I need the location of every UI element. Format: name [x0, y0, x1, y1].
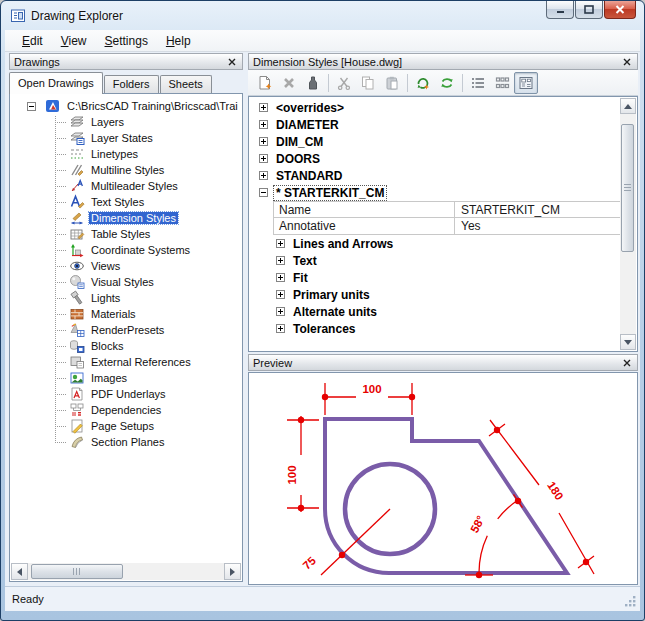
style-row-standard[interactable]: STANDARD: [249, 167, 637, 184]
section-row-alternate-units[interactable]: Alternate units: [249, 303, 637, 320]
toolbar-separator: [462, 74, 463, 92]
section-row-lines-and-arrows[interactable]: Lines and Arrows: [249, 235, 637, 252]
style-row-dim-cm[interactable]: DIM_CM: [249, 133, 637, 150]
external-references-icon: [69, 354, 85, 370]
tree-item-multileader-styles[interactable]: Multileader Styles: [11, 178, 241, 194]
expand-icon[interactable]: [259, 137, 268, 146]
tree-item-renderpresets[interactable]: RenderPresets: [11, 322, 241, 338]
drawings-panel-close-button[interactable]: [225, 55, 238, 68]
section-row-primary-units[interactable]: Primary units: [249, 286, 637, 303]
scroll-down-button[interactable]: [620, 334, 636, 350]
resize-grip-icon[interactable]: [624, 595, 637, 608]
expand-icon[interactable]: [276, 307, 285, 316]
tree-item-table-styles[interactable]: Table Styles: [11, 226, 241, 242]
tree-item-page-setups[interactable]: Page Setups: [11, 418, 241, 434]
preview-panel-close-button[interactable]: [620, 356, 633, 369]
expand-icon[interactable]: [259, 171, 268, 180]
form-view-button[interactable]: [514, 72, 538, 94]
tree-item-layers[interactable]: Layers: [11, 114, 241, 130]
section-row-text[interactable]: Text: [249, 252, 637, 269]
collapse-icon[interactable]: [27, 102, 36, 111]
tree-item-text-styles[interactable]: Text Styles: [11, 194, 241, 210]
dimension-styles-toolbar: [248, 70, 638, 96]
expand-icon[interactable]: [276, 324, 285, 333]
scroll-up-button[interactable]: [620, 98, 636, 114]
details-view-button[interactable]: [466, 72, 490, 94]
tree-item-materials[interactable]: Materials: [11, 306, 241, 322]
collapse-icon[interactable]: [259, 188, 268, 197]
form-view-icon: [518, 75, 534, 91]
drawings-panel-title: Drawings: [14, 56, 225, 68]
window-title: Drawing Explorer: [31, 9, 123, 23]
expand-icon[interactable]: [276, 273, 285, 282]
menu-edit[interactable]: Edit: [13, 32, 52, 50]
status-bar: Ready: [5, 586, 640, 611]
expand-icon[interactable]: [276, 239, 285, 248]
minimize-button[interactable]: [546, 1, 574, 19]
scroll-right-button[interactable]: [224, 563, 241, 580]
expand-icon[interactable]: [259, 120, 268, 129]
icons-view-icon: [494, 75, 510, 91]
scrollbar-thumb[interactable]: [621, 124, 634, 252]
lights-icon: [69, 290, 85, 306]
expand-icon[interactable]: [259, 154, 268, 163]
close-button[interactable]: [604, 1, 636, 19]
materials-icon: [69, 306, 85, 322]
style-row-doors[interactable]: DOORS: [249, 150, 637, 167]
tree-item-blocks[interactable]: Blocks: [11, 338, 241, 354]
refresh-button[interactable]: [435, 72, 459, 94]
images-icon: [69, 370, 85, 386]
purge-button[interactable]: [301, 72, 325, 94]
tab-folders[interactable]: Folders: [104, 75, 159, 94]
delete-button[interactable]: [277, 72, 301, 94]
tree-item-lights[interactable]: Lights: [11, 290, 241, 306]
tree-item-dependencies[interactable]: Dependencies: [11, 402, 241, 418]
tree-item-section-planes[interactable]: Section Planes: [11, 434, 241, 450]
tab-open-drawings[interactable]: Open Drawings: [9, 72, 103, 94]
maximize-button[interactable]: [575, 1, 603, 19]
section-row-tolerances[interactable]: Tolerances: [249, 320, 637, 337]
tree-item-multiline-styles[interactable]: Multiline Styles: [11, 162, 241, 178]
menu-help[interactable]: Help: [157, 32, 200, 50]
tree-item-layer-states[interactable]: Layer States: [11, 130, 241, 146]
scroll-left-button[interactable]: [11, 563, 28, 580]
tree-item-coordinate-systems[interactable]: Coordinate Systems: [11, 242, 241, 258]
dimension-styles-panel-close-button[interactable]: [620, 55, 633, 68]
property-value[interactable]: Yes: [454, 218, 621, 234]
regen-icon: [415, 75, 431, 91]
property-row-name[interactable]: Name STARTERKIT_CM: [273, 201, 622, 218]
tree-item-external-references[interactable]: External References: [11, 354, 241, 370]
icons-view-button[interactable]: [490, 72, 514, 94]
cut-button[interactable]: [332, 72, 356, 94]
tree-item-views[interactable]: Views: [11, 258, 241, 274]
page-setups-icon: [69, 418, 85, 434]
style-row-diameter[interactable]: DIAMETER: [249, 116, 637, 133]
menu-settings[interactable]: Settings: [96, 32, 157, 50]
expand-icon[interactable]: [276, 290, 285, 299]
expand-icon[interactable]: [276, 256, 285, 265]
tree-item-dimension-styles[interactable]: Dimension Styles: [11, 210, 241, 226]
new-style-button[interactable]: [253, 72, 277, 94]
scrollbar-thumb[interactable]: [31, 564, 123, 579]
property-row-annotative[interactable]: Annotative Yes: [273, 218, 622, 235]
tree-horizontal-scrollbar[interactable]: [11, 563, 241, 580]
tree-item-linetypes[interactable]: Linetypes: [11, 146, 241, 162]
dimension-styles-panel-title: Dimension Styles [House.dwg]: [253, 56, 620, 68]
tab-sheets[interactable]: Sheets: [160, 75, 212, 94]
delete-icon: [281, 75, 297, 91]
coordinate-systems-icon: [69, 242, 85, 258]
tree-item-visual-styles[interactable]: Visual Styles: [11, 274, 241, 290]
expand-icon[interactable]: [259, 103, 268, 112]
property-value[interactable]: STARTERKIT_CM: [454, 202, 621, 217]
tree-root-drawing[interactable]: C:\BricsCAD Training\Bricscad\Trai: [11, 98, 241, 114]
style-row-overrides[interactable]: <overrides>: [249, 99, 637, 116]
style-row-starterkit-cm[interactable]: * STARTERKIT_CM: [249, 184, 637, 201]
tree-item-pdf-underlays[interactable]: PDF Underlays: [11, 386, 241, 402]
paste-button[interactable]: [380, 72, 404, 94]
regen-button[interactable]: [411, 72, 435, 94]
tree-item-images[interactable]: Images: [11, 370, 241, 386]
section-row-fit[interactable]: Fit: [249, 269, 637, 286]
list-vertical-scrollbar[interactable]: [620, 98, 636, 350]
copy-button[interactable]: [356, 72, 380, 94]
menu-view[interactable]: View: [52, 32, 96, 50]
